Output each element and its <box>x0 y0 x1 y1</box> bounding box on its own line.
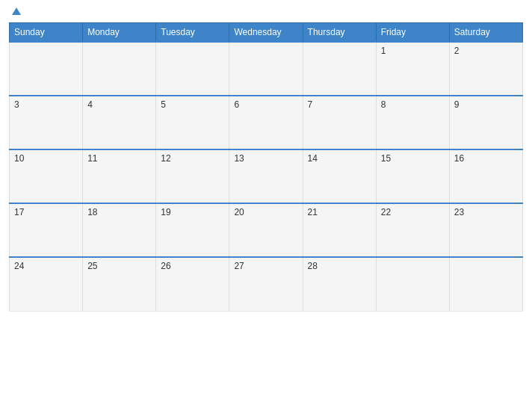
day-number: 3 <box>14 99 19 110</box>
calendar-day-cell <box>229 42 303 96</box>
weekday-header-thursday: Thursday <box>303 23 376 43</box>
calendar-day-cell: 24 <box>10 257 83 311</box>
calendar-day-cell: 6 <box>229 96 303 149</box>
calendar-day-cell: 28 <box>303 257 376 311</box>
day-number: 11 <box>87 153 97 164</box>
calendar-week-row: 12 <box>10 42 523 96</box>
calendar-day-cell: 12 <box>156 149 229 203</box>
day-number: 21 <box>308 207 318 217</box>
day-number: 2 <box>454 46 460 56</box>
weekday-header-friday: Friday <box>376 23 449 43</box>
calendar-week-row: 3456789 <box>10 96 523 149</box>
day-number: 4 <box>87 99 93 110</box>
day-number: 13 <box>234 153 244 164</box>
logo <box>9 7 21 16</box>
day-number: 15 <box>381 153 391 164</box>
calendar-day-cell: 14 <box>303 149 376 203</box>
calendar-day-cell: 13 <box>229 149 303 203</box>
calendar-container: SundayMondayTuesdayWednesdayThursdayFrid… <box>0 0 532 411</box>
calendar-day-cell <box>83 42 156 96</box>
weekday-header-row: SundayMondayTuesdayWednesdayThursdayFrid… <box>10 23 523 43</box>
calendar-day-cell <box>303 42 376 96</box>
day-number: 18 <box>87 207 97 217</box>
calendar-day-cell: 22 <box>376 203 449 257</box>
day-number: 19 <box>161 207 170 217</box>
calendar-day-cell: 20 <box>229 203 303 257</box>
calendar-week-row: 10111213141516 <box>10 149 523 203</box>
calendar-day-cell <box>449 257 522 311</box>
weekday-header-wednesday: Wednesday <box>229 23 303 43</box>
calendar-day-cell: 8 <box>376 96 449 149</box>
day-number: 17 <box>14 207 24 217</box>
weekday-header-sunday: Sunday <box>10 23 83 43</box>
day-number: 24 <box>14 261 24 271</box>
day-number: 7 <box>308 99 313 110</box>
calendar-day-cell: 3 <box>10 96 83 149</box>
calendar-day-cell: 23 <box>449 203 522 257</box>
calendar-day-cell: 1 <box>376 42 449 96</box>
calendar-day-cell: 7 <box>303 96 376 149</box>
calendar-day-cell: 19 <box>156 203 229 257</box>
day-number: 10 <box>14 153 24 164</box>
calendar-day-cell <box>376 257 449 311</box>
calendar-day-cell: 16 <box>449 149 522 203</box>
day-number: 6 <box>234 99 239 110</box>
calendar-day-cell: 25 <box>83 257 156 311</box>
calendar-day-cell: 18 <box>83 203 156 257</box>
calendar-day-cell: 17 <box>10 203 83 257</box>
calendar-day-cell <box>10 42 83 96</box>
calendar-week-row: 2425262728 <box>10 257 523 311</box>
calendar-day-cell: 21 <box>303 203 376 257</box>
weekday-header-monday: Monday <box>83 23 156 43</box>
day-number: 26 <box>161 261 170 271</box>
weekday-header-tuesday: Tuesday <box>156 23 229 43</box>
calendar-day-cell: 5 <box>156 96 229 149</box>
day-number: 20 <box>234 207 244 217</box>
day-number: 25 <box>87 261 97 271</box>
day-number: 23 <box>454 207 464 217</box>
logo-triangle-icon <box>12 7 21 15</box>
calendar-day-cell: 10 <box>10 149 83 203</box>
day-number: 22 <box>381 207 391 217</box>
calendar-body: 1234567891011121314151617181920212223242… <box>10 42 523 311</box>
calendar-day-cell: 4 <box>83 96 156 149</box>
day-number: 5 <box>161 99 166 110</box>
calendar-week-row: 17181920212223 <box>10 203 523 257</box>
calendar-thead: SundayMondayTuesdayWednesdayThursdayFrid… <box>10 23 523 43</box>
day-number: 8 <box>381 99 386 110</box>
calendar-day-cell: 11 <box>83 149 156 203</box>
calendar-header <box>9 7 523 16</box>
weekday-header-saturday: Saturday <box>449 23 522 43</box>
calendar-day-cell: 15 <box>376 149 449 203</box>
day-number: 28 <box>308 261 318 271</box>
day-number: 9 <box>454 99 460 110</box>
day-number: 12 <box>161 153 170 164</box>
calendar-table: SundayMondayTuesdayWednesdayThursdayFrid… <box>9 22 523 312</box>
calendar-day-cell: 26 <box>156 257 229 311</box>
day-number: 14 <box>308 153 318 164</box>
calendar-day-cell: 27 <box>229 257 303 311</box>
day-number: 16 <box>454 153 464 164</box>
calendar-day-cell: 2 <box>449 42 522 96</box>
day-number: 27 <box>234 261 244 271</box>
calendar-day-cell <box>156 42 229 96</box>
day-number: 1 <box>381 46 386 56</box>
calendar-day-cell: 9 <box>449 96 522 149</box>
